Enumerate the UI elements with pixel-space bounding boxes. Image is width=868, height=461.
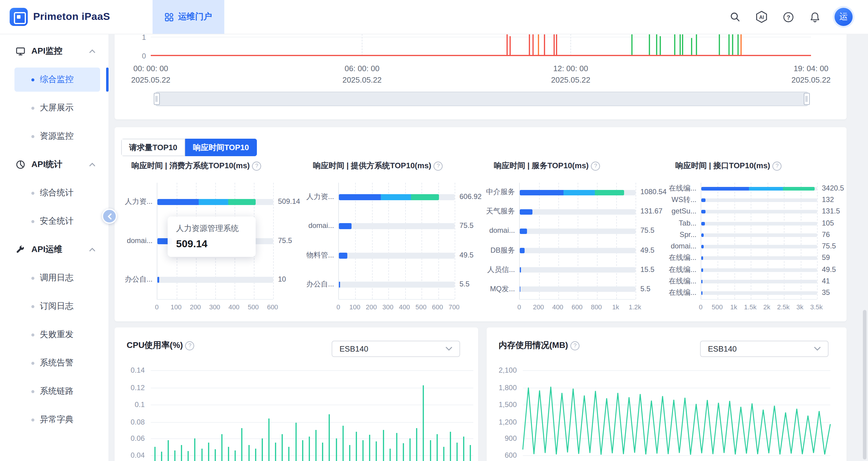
bar-fill[interactable] bbox=[701, 187, 814, 190]
bar-value-label: 75.5 bbox=[822, 242, 836, 251]
search-icon[interactable] bbox=[728, 10, 742, 24]
bar-fill[interactable] bbox=[701, 198, 706, 202]
x-axis-tick: 200 bbox=[533, 303, 544, 311]
bar-fill[interactable] bbox=[520, 287, 520, 292]
bar-fill[interactable] bbox=[701, 222, 705, 225]
sidebar-item-subscribe-logs[interactable]: 订阅日志 bbox=[0, 293, 108, 319]
sidebar-item-call-logs[interactable]: 调用日志 bbox=[0, 265, 108, 291]
cpu-spike bbox=[288, 447, 290, 461]
bar-fill[interactable] bbox=[339, 223, 351, 229]
bar-value-label: 3420.5 bbox=[822, 184, 844, 193]
bar-value-label: 75.5 bbox=[640, 226, 655, 236]
sidebar-item-resource-monitor[interactable]: 资源监控 bbox=[0, 123, 108, 150]
help-icon[interactable]: ? bbox=[781, 10, 795, 24]
bar-track bbox=[520, 287, 636, 292]
sidebar-item-error-dictionary[interactable]: 异常字典 bbox=[0, 406, 108, 433]
app-logo[interactable]: Primeton iPaaS bbox=[0, 8, 110, 26]
sidebar-item-security-stats[interactable]: 安全统计 bbox=[0, 208, 108, 235]
sidebar-item-big-screen-display[interactable]: 大屏展示 bbox=[0, 95, 108, 121]
bar-fill[interactable] bbox=[701, 280, 703, 283]
bar-value-label: 105 bbox=[822, 219, 834, 228]
bell-icon[interactable] bbox=[808, 10, 821, 24]
x-axis-label: 12: 00: 002025.05.22 bbox=[551, 63, 590, 86]
gridline bbox=[151, 370, 473, 371]
card-title-text: 内存使用情况(MB) bbox=[499, 340, 568, 351]
x-axis-tick: 300 bbox=[382, 303, 394, 311]
cpu-spike bbox=[423, 386, 424, 461]
bar-track bbox=[157, 277, 273, 283]
x-axis-ticks: 02004006008001k1.2k bbox=[519, 303, 635, 312]
bar-fill[interactable] bbox=[520, 190, 624, 195]
sidebar-group-api-monitor[interactable]: API监控 bbox=[0, 38, 108, 64]
bar-category-label: Tab... bbox=[679, 219, 696, 228]
x-axis-tick: 300 bbox=[209, 303, 220, 311]
bar-fill[interactable] bbox=[701, 268, 703, 272]
x-axis-label-time: 00: 00: 00 bbox=[131, 63, 170, 74]
sidebar-item-system-alerts[interactable]: 系统告警 bbox=[0, 350, 108, 376]
bar-fill[interactable] bbox=[339, 252, 347, 258]
bar-category-label: WS转... bbox=[672, 195, 696, 205]
tab-label: 运维门户 bbox=[178, 11, 212, 22]
sidebar-item-comprehensive-stats[interactable]: 综合统计 bbox=[0, 180, 108, 206]
memory-instance-select[interactable]: ESB140 bbox=[700, 341, 829, 357]
x-axis-tick: 2k bbox=[764, 303, 770, 311]
header-actions: AI ? 运 bbox=[728, 8, 868, 26]
datazoom-right-handle[interactable] bbox=[804, 93, 810, 105]
bar-fill[interactable] bbox=[339, 282, 340, 288]
sidebar-item-failure-resend[interactable]: 失败重发 bbox=[0, 321, 108, 348]
tab-response-top10[interactable]: 响应时间TOP10 bbox=[185, 139, 257, 156]
bar-fill[interactable] bbox=[520, 228, 527, 234]
x-axis-label: 19: 04: 002025.05.22 bbox=[792, 63, 831, 86]
bar-fill[interactable] bbox=[520, 209, 532, 215]
x-axis-tick: 100 bbox=[349, 303, 360, 311]
ai-assistant-icon[interactable]: AI bbox=[755, 10, 768, 24]
datazoom-left-handle[interactable] bbox=[154, 93, 160, 105]
bar-fill[interactable] bbox=[701, 245, 704, 248]
sidebar-collapse-button[interactable] bbox=[102, 209, 117, 224]
bar-category-label: Spr... bbox=[680, 230, 696, 239]
cpu-spike bbox=[463, 437, 465, 461]
sidebar-item-comprehensive-monitor[interactable]: 综合监控 bbox=[0, 66, 108, 93]
bar-fill[interactable] bbox=[701, 233, 704, 237]
x-axis-tick: 1k bbox=[612, 303, 619, 311]
bar-fill[interactable] bbox=[701, 291, 703, 295]
bar-fill[interactable] bbox=[339, 194, 439, 200]
bar-value-label: 131.5 bbox=[822, 207, 840, 216]
cpu-spike bbox=[470, 445, 471, 461]
tab-request-top10[interactable]: 请求量TOP10 bbox=[121, 139, 185, 156]
bar-track bbox=[520, 209, 636, 215]
bar-value-label: 131.67 bbox=[640, 207, 662, 216]
gridline bbox=[151, 388, 473, 388]
x-axis-label-date: 2025.05.22 bbox=[551, 74, 590, 86]
sidebar-group-api-statistics[interactable]: API统计 bbox=[0, 151, 108, 178]
bar-category-label: 办公自... bbox=[125, 275, 153, 284]
cpu-instance-select[interactable]: ESB140 bbox=[332, 341, 460, 357]
cpu-spike bbox=[268, 419, 270, 461]
cpu-spike bbox=[450, 431, 451, 461]
cpu-spike bbox=[282, 434, 283, 461]
sidebar-item-label: 异常字典 bbox=[40, 414, 73, 425]
bar-fill[interactable] bbox=[520, 248, 525, 253]
datazoom-slider[interactable] bbox=[156, 92, 808, 106]
bullet-dot bbox=[31, 276, 34, 279]
memory-usage-line bbox=[523, 387, 830, 455]
bar-fill[interactable] bbox=[701, 210, 706, 214]
avatar[interactable]: 运 bbox=[835, 8, 852, 26]
sidebar-item-label: 综合监控 bbox=[40, 74, 73, 85]
x-axis-tick: 600 bbox=[432, 303, 443, 311]
bar-value-label: 75.5 bbox=[278, 236, 292, 245]
cpu-spike bbox=[436, 434, 437, 461]
page-scrollbar[interactable] bbox=[863, 310, 867, 460]
tab-ops-portal[interactable]: 运维门户 bbox=[152, 0, 224, 34]
sidebar-group-api-ops[interactable]: API运维 bbox=[0, 236, 108, 263]
bar-track bbox=[520, 268, 636, 273]
y-axis-tick: 1,500 bbox=[487, 400, 517, 409]
timeline-spike bbox=[649, 34, 650, 56]
cpu-spike bbox=[154, 447, 155, 461]
cpu-spike bbox=[242, 428, 243, 461]
cpu-spike bbox=[362, 440, 364, 461]
sidebar-item-system-links[interactable]: 系统链路 bbox=[0, 378, 108, 405]
bar-fill[interactable] bbox=[157, 277, 159, 283]
bar-track bbox=[520, 228, 636, 234]
bar-fill[interactable] bbox=[157, 199, 256, 205]
